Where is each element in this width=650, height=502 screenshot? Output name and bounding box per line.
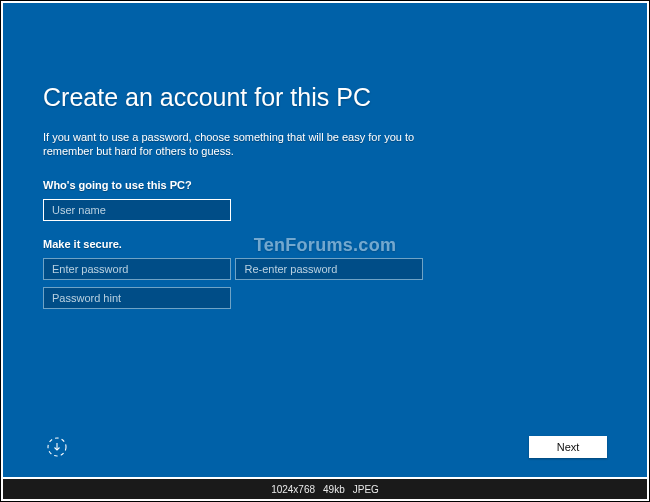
screenshot-frame: Create an account for this PC If you wan… (0, 0, 650, 502)
ease-of-access-icon[interactable] (43, 433, 71, 461)
page-subtitle: If you want to use a password, choose so… (43, 130, 463, 159)
confirm-password-input[interactable] (235, 258, 423, 280)
bottom-bar: Next (43, 429, 607, 465)
image-info-bar: 1024x768 49kb JPEG (3, 479, 647, 499)
oobe-screen: Create an account for this PC If you wan… (3, 3, 647, 477)
username-input[interactable] (43, 199, 231, 221)
password-section-label: Make it secure. (43, 238, 607, 250)
info-size: 49kb (323, 484, 345, 495)
info-format: JPEG (353, 484, 379, 495)
info-dimensions: 1024x768 (271, 484, 315, 495)
page-title: Create an account for this PC (43, 83, 607, 112)
password-hint-input[interactable] (43, 287, 231, 309)
password-input[interactable] (43, 258, 231, 280)
username-section-label: Who's going to use this PC? (43, 179, 607, 191)
next-button[interactable]: Next (529, 436, 607, 458)
